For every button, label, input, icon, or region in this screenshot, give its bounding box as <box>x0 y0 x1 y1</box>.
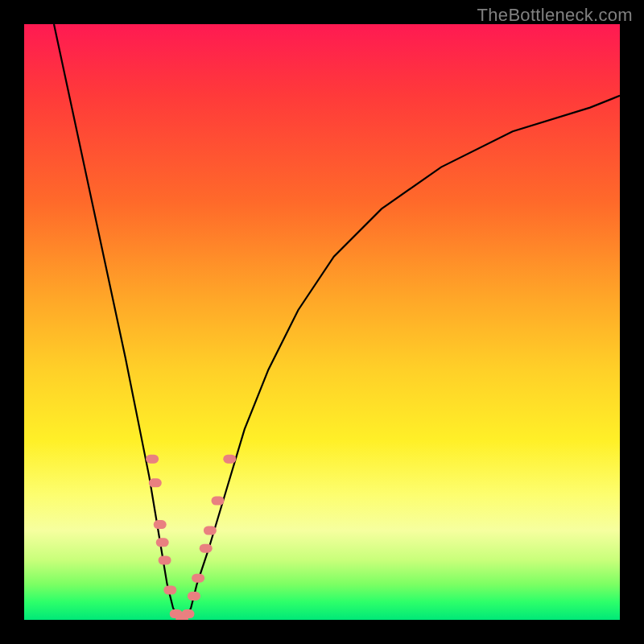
data-marker <box>223 455 236 464</box>
data-marker <box>146 455 159 464</box>
data-marker <box>149 478 162 487</box>
data-marker <box>159 556 171 565</box>
data-marker <box>192 574 204 583</box>
data-marker <box>200 544 213 553</box>
data-marker <box>163 586 176 595</box>
data-marker <box>188 592 200 601</box>
watermark-text: TheBottleneck.com <box>477 5 633 26</box>
data-marker <box>212 497 225 506</box>
chart-frame: TheBottleneck.com <box>0 0 644 644</box>
curve-path <box>54 24 620 620</box>
data-marker <box>154 520 167 529</box>
plot-area <box>24 24 620 620</box>
data-marker <box>204 526 217 535</box>
data-marker <box>156 538 169 547</box>
data-marker <box>182 609 195 618</box>
bottleneck-curve <box>24 24 620 620</box>
